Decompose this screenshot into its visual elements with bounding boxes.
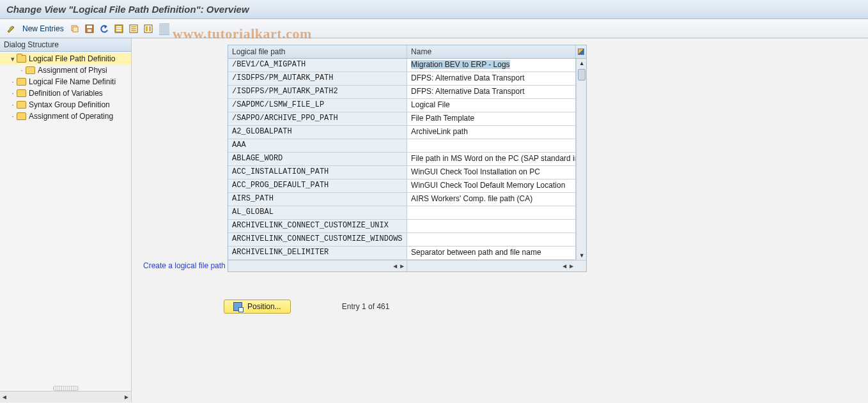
cell-path[interactable]: AAA xyxy=(228,139,407,153)
cell-path[interactable]: AL_GLOBAL xyxy=(228,206,407,220)
copy-icon[interactable] xyxy=(68,22,81,35)
cell-name[interactable] xyxy=(407,206,576,220)
select-all-icon[interactable] xyxy=(112,22,125,35)
tree-item[interactable]: ·Syntax Group Definition xyxy=(0,99,131,110)
undo-icon[interactable] xyxy=(98,22,111,35)
cell-path[interactable]: ACC_INSTALLATION_PATH xyxy=(228,166,407,179)
cell-name[interactable]: File path in MS Word on the PC (SAP stan… xyxy=(407,153,576,166)
tree-item-label: Assignment of Operating xyxy=(29,112,113,121)
scroll-up-icon[interactable]: ▲ xyxy=(577,59,587,68)
cell-name[interactable]: DFPS: Alternative Data Transport xyxy=(407,86,576,99)
cell-path[interactable]: /ISDFPS/PM_AUTARK_PATH2 xyxy=(228,86,407,99)
position-icon xyxy=(233,302,242,311)
bullet-icon[interactable]: · xyxy=(9,112,17,120)
dialog-structure-tree[interactable]: ▾Logical File Path Definitio·Assignment … xyxy=(0,52,131,383)
folder-icon xyxy=(17,78,26,86)
svg-rect-12 xyxy=(131,30,136,31)
scroll-down-icon[interactable]: ▼ xyxy=(577,251,587,260)
table-row[interactable]: ACC_PROG_DEFAULT_PATHWinGUI Check Tool D… xyxy=(228,179,576,193)
cell-path[interactable]: ABLAGE_WORD xyxy=(228,153,407,166)
cell-path[interactable]: AIRS_PATH xyxy=(228,193,407,206)
table-row[interactable]: AAA xyxy=(228,139,576,153)
cell-name[interactable] xyxy=(407,233,576,247)
table-row[interactable]: ARCHIVELINK_DELIMITERSeparator between p… xyxy=(228,247,576,260)
tree-item-label: Logical File Name Definiti xyxy=(29,77,116,86)
dialog-structure-panel: Dialog Structure ▾Logical File Path Defi… xyxy=(0,38,132,402)
table-row[interactable]: /SAPDMC/LSMW_FILE_LPLogical File xyxy=(228,99,576,112)
svg-rect-4 xyxy=(88,29,91,32)
cell-path[interactable]: ACC_PROG_DEFAULT_PATH xyxy=(228,179,407,193)
cell-name[interactable]: Separator between path and file name xyxy=(407,247,576,260)
toolbar: New Entries xyxy=(0,19,868,38)
bullet-icon[interactable]: · xyxy=(9,101,17,109)
cell-name[interactable]: Migration BEV to ERP - Logs xyxy=(407,59,576,72)
position-button-label: Position... xyxy=(247,302,281,311)
cell-name[interactable]: Logical File xyxy=(407,99,576,112)
scrollbar-thumb[interactable] xyxy=(578,69,585,80)
bullet-icon[interactable]: · xyxy=(9,89,17,97)
save-icon[interactable] xyxy=(83,22,96,35)
footer-row: Position... Entry 1 of 461 xyxy=(141,300,859,314)
table-row[interactable]: /SAPPO/ARCHIVE_PPO_PATHFile Path Templat… xyxy=(228,112,576,126)
position-button[interactable]: Position... xyxy=(224,300,291,314)
new-entries-button[interactable]: New Entries xyxy=(20,24,66,33)
cell-name[interactable]: ArchiveLink path xyxy=(407,126,576,139)
table-config-icon[interactable] xyxy=(576,45,586,58)
cell-name[interactable]: DFPS: Alternative Data Transport xyxy=(407,72,576,86)
create-logical-file-path-link[interactable]: Create a logical file path xyxy=(143,261,226,270)
cell-name[interactable]: File Path Template xyxy=(407,112,576,126)
bullet-icon[interactable]: · xyxy=(18,66,26,74)
view-config-icon[interactable] xyxy=(142,22,155,35)
scroll-left-icon[interactable]: ◄ xyxy=(1,393,8,400)
cell-name[interactable] xyxy=(407,220,576,233)
toggle-edit-icon[interactable] xyxy=(5,22,18,35)
table-row[interactable]: /ISDFPS/PM_AUTARK_PATH2DFPS: Alternative… xyxy=(228,86,576,99)
svg-rect-15 xyxy=(149,26,151,31)
expand-icon[interactable]: ▾ xyxy=(9,55,17,63)
table-row[interactable]: A2_GLOBALPATHArchiveLink path xyxy=(228,126,576,139)
cell-name[interactable] xyxy=(407,139,576,153)
tree-item[interactable]: ·Logical File Name Definiti xyxy=(0,76,131,87)
table-row[interactable]: ARCHIVELINK_CONNECT_CUSTOMIZE_WINDOWS xyxy=(228,233,576,247)
cell-path[interactable]: ARCHIVELINK_CONNECT_CUSTOMIZE_WINDOWS xyxy=(228,233,407,247)
cell-name[interactable]: WinGUI Check Tool Installation on PC xyxy=(407,166,576,179)
column-header-path[interactable]: Logical file path xyxy=(228,45,407,58)
tree-item-label: Assignment of Physi xyxy=(38,66,107,75)
table-row[interactable]: /ISDFPS/PM_AUTARK_PATHDFPS: Alternative … xyxy=(228,72,576,86)
deselect-all-icon[interactable] xyxy=(127,22,140,35)
cell-path[interactable]: /ISDFPS/PM_AUTARK_PATH xyxy=(228,72,407,86)
cell-path[interactable]: /SAPDMC/LSMW_FILE_LP xyxy=(228,99,407,112)
table-row[interactable]: AIRS_PATHAIRS Workers' Comp. file path (… xyxy=(228,193,576,206)
scroll-right-icon[interactable]: ► xyxy=(123,393,130,400)
svg-rect-14 xyxy=(146,26,148,31)
col-path-scroll-left-icon[interactable]: ◄ xyxy=(392,262,398,270)
cell-name[interactable]: AIRS Workers' Comp. file path (CA) xyxy=(407,193,576,206)
col-path-scroll-right-icon[interactable]: ► xyxy=(399,262,405,270)
svg-rect-10 xyxy=(131,26,136,27)
table-row[interactable]: ACC_INSTALLATION_PATHWinGUI Check Tool I… xyxy=(228,166,576,179)
column-header-name[interactable]: Name xyxy=(407,45,576,58)
tree-item[interactable]: ·Assignment of Physi xyxy=(0,65,131,76)
table-row[interactable]: AL_GLOBAL xyxy=(228,206,576,220)
tree-item[interactable]: ·Definition of Variables xyxy=(0,87,131,99)
cell-path[interactable]: /SAPPO/ARCHIVE_PPO_PATH xyxy=(228,112,407,126)
cell-path[interactable]: A2_GLOBALPATH xyxy=(228,126,407,139)
cell-name[interactable]: WinGUI Check Tool Default Memory Locatio… xyxy=(407,179,576,193)
svg-rect-13 xyxy=(144,25,152,33)
bullet-icon[interactable]: · xyxy=(9,78,17,86)
tree-item[interactable]: ▾Logical File Path Definitio xyxy=(0,53,131,65)
svg-rect-7 xyxy=(116,28,121,29)
vertical-scrollbar[interactable]: ▲ ▼ xyxy=(576,59,586,260)
table-row[interactable]: ARCHIVELINK_CONNECT_CUSTOMIZE_UNIX xyxy=(228,220,576,233)
table-row[interactable]: ABLAGE_WORDFile path in MS Word on the P… xyxy=(228,153,576,166)
cell-path[interactable]: /BEV1/CA_MIGPATH xyxy=(228,59,407,72)
sidebar-hscroll[interactable]: ◄ ► xyxy=(0,391,131,402)
cell-path[interactable]: ARCHIVELINK_CONNECT_CUSTOMIZE_UNIX xyxy=(228,220,407,233)
col-name-scroll-left-icon[interactable]: ◄ xyxy=(561,262,568,270)
tree-item[interactable]: ·Assignment of Operating xyxy=(0,110,131,122)
table-row[interactable]: /BEV1/CA_MIGPATHMigration BEV to ERP - L… xyxy=(228,59,576,72)
sidebar-resize-handle[interactable] xyxy=(0,383,131,391)
col-name-scroll-right-icon[interactable]: ► xyxy=(568,262,575,270)
cell-path[interactable]: ARCHIVELINK_DELIMITER xyxy=(228,247,407,260)
tree-item-label: Definition of Variables xyxy=(29,89,103,98)
